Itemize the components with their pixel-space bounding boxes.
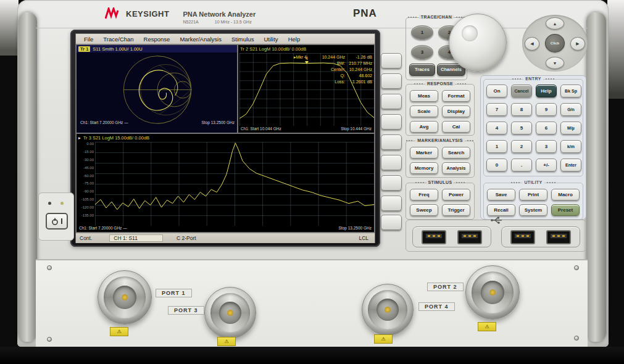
memory-button[interactable]: Memory (410, 162, 438, 174)
bandpass-window: Tr 2 S21 LogM 10.00dB/ 0.00dB 4 ▸Mkr 410… (238, 44, 375, 133)
rotary-knob[interactable] (449, 14, 507, 72)
menu-utility[interactable]: Utility (259, 35, 282, 43)
menu-stimulus[interactable]: Stimulus (227, 35, 258, 43)
key-decimal[interactable]: . (511, 159, 532, 172)
port-1-warning-sticker: ⚠ (110, 327, 128, 336)
port-1-connector[interactable] (98, 270, 152, 325)
arrow-up-button[interactable]: ▲ (546, 17, 564, 30)
key-5[interactable]: 5 (511, 122, 532, 134)
softkey-2[interactable] (381, 73, 402, 89)
avg-button[interactable]: Avg (410, 121, 438, 133)
power-button[interactable] (46, 213, 68, 230)
key-6[interactable]: 6 (536, 122, 557, 134)
key-plus-minus[interactable]: +/- (536, 159, 557, 172)
port-2-warning-sticker: ⚠ (478, 322, 496, 331)
display-button[interactable]: Display (442, 105, 470, 117)
usb-pill-left (412, 226, 491, 247)
preset-button[interactable]: Preset (551, 204, 580, 216)
scale-button[interactable]: Scale (410, 105, 438, 117)
softkey-1[interactable] (381, 53, 402, 68)
marker-button[interactable]: Marker (410, 147, 438, 159)
search-button[interactable]: Search (442, 147, 470, 159)
port-4-connector[interactable] (362, 284, 414, 336)
wideband-y-axis: 0.00-15.00 -30.00-45.00 -60.00-75.00 -90… (78, 142, 94, 217)
key-4[interactable]: 4 (486, 122, 507, 134)
macro-button[interactable]: Macro (551, 189, 580, 201)
key-7[interactable]: 7 (486, 103, 507, 116)
units-kilo-button[interactable]: k/m (560, 140, 581, 153)
usb-port-4[interactable] (546, 230, 571, 244)
key-9[interactable]: 9 (536, 103, 557, 116)
freq-button[interactable]: Freq (410, 189, 438, 201)
softkey-5[interactable] (381, 134, 402, 150)
wideband-trace (95, 143, 374, 210)
trigger-button[interactable]: Trigger (442, 204, 470, 216)
cal-button[interactable]: Cal (442, 121, 470, 133)
pna-badge: PNA (353, 7, 377, 20)
key-0[interactable]: 0 (486, 159, 507, 172)
help-button[interactable]: Help (536, 85, 557, 97)
softkey-9[interactable] (381, 215, 402, 230)
menu-marker-analysis[interactable]: Marker/Analysis (175, 35, 226, 43)
on-button[interactable]: On (486, 85, 507, 97)
softkey-3[interactable] (381, 94, 402, 109)
cal-status: C 2-Port (177, 235, 196, 241)
recall-button[interactable]: Recall (487, 204, 515, 216)
trace-1-button[interactable]: 1 (411, 25, 433, 39)
units-mega-button[interactable]: M/µ (560, 122, 581, 134)
arrow-right-button[interactable]: ▶ (570, 37, 585, 51)
bandpass-window-header: Tr 2 S21 LogM 10.00dB/ 0.00dB (238, 45, 374, 52)
keysight-logo-icon (105, 7, 121, 20)
power-led (60, 202, 64, 205)
usb-port-3[interactable] (510, 230, 535, 244)
softkey-6[interactable] (381, 155, 402, 170)
port-2-connector[interactable] (465, 265, 520, 320)
key-2[interactable]: 2 (511, 140, 532, 153)
smith-chart-plot: Ch1: Start 7.20000 GHz — Stop 13.2500 GH… (78, 53, 237, 126)
smith-chart-window: Tr 1 S11 Smith 1.00U/ 1.00U (76, 44, 238, 133)
screw (574, 265, 579, 270)
menu-trace-chan[interactable]: Trace/Chan (99, 35, 138, 43)
enter-button[interactable]: Enter (560, 159, 581, 172)
key-1[interactable]: 1 (486, 140, 507, 153)
smith-stop-label: Stop 13.2500 GHz (202, 120, 235, 126)
units-giga-button[interactable]: G/n (560, 103, 581, 116)
port-3-connector[interactable] (204, 287, 256, 339)
meas-button[interactable]: Meas (410, 90, 438, 102)
usb-icon (490, 217, 504, 224)
softkey-8[interactable] (381, 196, 402, 211)
group-marker-analysis-title: MARKER/ANALYSIS (415, 138, 464, 143)
menu-response[interactable]: Response (139, 35, 175, 43)
arrow-down-button[interactable]: ▼ (546, 57, 564, 69)
click-button[interactable]: Click (545, 34, 565, 52)
port-2-label: PORT 2 (427, 283, 464, 291)
softkey-4[interactable] (381, 114, 402, 130)
cancel-button[interactable]: Cancel (511, 85, 532, 97)
backspace-button[interactable]: Bk Sp (560, 85, 581, 97)
menu-help[interactable]: Help (284, 35, 305, 43)
format-button[interactable]: Format (442, 90, 470, 102)
power-button[interactable]: Power (442, 189, 470, 201)
usb-port-2[interactable] (457, 230, 482, 244)
print-button[interactable]: Print (519, 189, 547, 201)
usb-port-1[interactable] (422, 230, 446, 244)
analysis-button[interactable]: Analysis (442, 162, 470, 174)
band-marker: 4 (304, 57, 310, 64)
menu-file[interactable]: File (80, 35, 98, 43)
standby-led (48, 202, 51, 205)
traces-button[interactable]: Traces (409, 64, 435, 76)
save-button[interactable]: Save (487, 189, 515, 201)
lcl-status: LCL (359, 235, 368, 241)
arrow-left-button[interactable]: ◀ (525, 37, 539, 51)
key-3[interactable]: 3 (536, 140, 557, 153)
softkey-7[interactable] (381, 175, 402, 191)
instrument-photo: KEYSIGHT PNA Network Analyzer N5221A 10 … (0, 0, 624, 364)
active-trace-arrow: ▸ (78, 135, 81, 141)
smith-window-title: S11 Smith 1.00U/ 1.00U (93, 46, 142, 52)
group-entry: ENTRY On Cancel Help Bk Sp 7 8 9 G/n 4 5… (483, 79, 583, 176)
key-8[interactable]: 8 (511, 103, 532, 116)
system-button[interactable]: System (519, 204, 547, 216)
product-name-block: PNA Network Analyzer N5221A 10 MHz - 13.… (183, 8, 256, 24)
trace-3-button[interactable]: 3 (411, 45, 433, 59)
sweep-button[interactable]: Sweep (410, 204, 438, 216)
